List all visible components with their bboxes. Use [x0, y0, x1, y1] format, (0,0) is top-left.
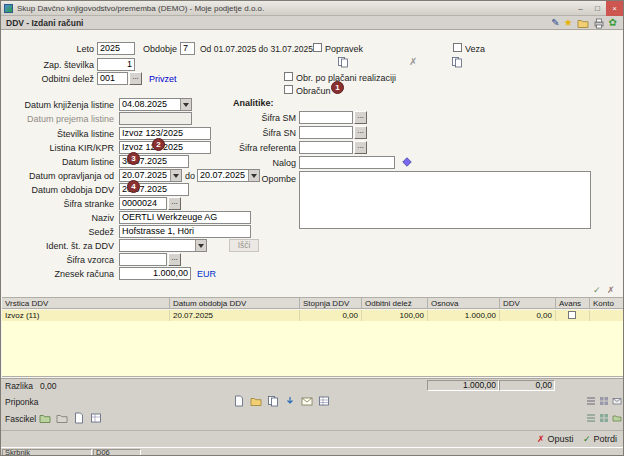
fascikel-folder-icon[interactable]	[37, 410, 52, 425]
grid-cancel-icon[interactable]: ✗	[607, 285, 615, 295]
stevilka-listine-label: Številka listine	[1, 129, 114, 140]
popravek-copy-icon[interactable]	[337, 56, 349, 70]
nalog-label: Nalog	[231, 158, 296, 169]
naziv-input[interactable]: OERTLI Werkzeuge AG	[119, 211, 251, 224]
table-column-header[interactable]: Odbitni delež	[362, 298, 428, 308]
privzet-link[interactable]: Privzet	[149, 74, 177, 85]
veza-copy-icon[interactable]	[451, 56, 463, 70]
cell-stopnja[interactable]: 0,00	[300, 310, 362, 321]
stevilka-listine-input[interactable]: Izvoz 123/2025	[119, 127, 211, 140]
attachment-download-icon[interactable]	[282, 393, 297, 408]
odbitni-delez-browse-button[interactable]: ...	[129, 72, 142, 85]
opombe-textarea[interactable]	[299, 171, 591, 229]
sifra-sm-browse-button[interactable]: ...	[354, 111, 367, 124]
window-title: Skup Davčno knjigovodstvo/prememba (DEMO…	[17, 4, 572, 13]
close-button[interactable]: ×	[606, 1, 623, 16]
table-column-header[interactable]: DDV	[500, 298, 556, 308]
folder-icon[interactable]	[577, 17, 589, 29]
leto-input[interactable]: 2025	[97, 42, 135, 55]
datum-prejema-input	[119, 112, 192, 125]
clear-popravek-icon[interactable]: ✗	[409, 56, 417, 67]
dropdown-arrow-icon[interactable]	[170, 170, 181, 181]
nalog-input[interactable]	[299, 156, 395, 169]
table-column-header[interactable]: Avans	[556, 298, 590, 308]
cell-vrstica[interactable]: Izvoz (11)	[2, 310, 170, 321]
attachment-view-grid-icon[interactable]	[598, 395, 609, 406]
table-column-header[interactable]: Datum obdobja DDV	[170, 298, 300, 308]
znesek-racuna-label: Znesek računa	[1, 269, 114, 280]
obdobje-input[interactable]: 7	[180, 42, 195, 55]
odbitni-delez-input[interactable]: 001	[97, 72, 128, 85]
opusti-button[interactable]: ✗ Opusti	[537, 434, 574, 444]
sifra-stranke-input[interactable]: 0000024	[119, 197, 167, 210]
attachment-view-mail-icon[interactable]	[611, 395, 622, 406]
obdobje-range-text: Od 01.07.2025 do 31.07.2025	[200, 44, 313, 55]
grid-accept-icon[interactable]: ✓	[593, 285, 601, 295]
znesek-racuna-input[interactable]: 1.000,00	[119, 267, 191, 280]
attachment-list-icon[interactable]	[316, 393, 331, 408]
table-column-header[interactable]: Vrstica DDV	[2, 298, 170, 308]
obr-placani-checkbox[interactable]	[284, 72, 293, 81]
app-flower-icon[interactable]: ✿	[609, 17, 617, 29]
cell-avans[interactable]	[556, 310, 590, 321]
sifra-sn-browse-button[interactable]: ...	[354, 126, 367, 139]
favorite-star-icon[interactable]: ★	[564, 17, 573, 29]
opravljanja-do-label: do	[185, 171, 195, 182]
sifra-sm-label: Šifra SM	[231, 113, 296, 124]
cell-konto[interactable]	[590, 310, 624, 321]
datum-opravljanja-od-input[interactable]: 20.07.2025	[119, 169, 182, 182]
sedez-label: Sedež	[1, 227, 114, 238]
attachment-open-folder-icon[interactable]	[248, 393, 263, 408]
table-column-header[interactable]: Osnova	[428, 298, 500, 308]
cell-osnova[interactable]: 1.000,00	[428, 310, 500, 321]
dropdown-arrow-icon[interactable]	[195, 240, 206, 251]
sifra-referenta-input[interactable]	[299, 141, 353, 154]
avans-checkbox[interactable]	[568, 311, 576, 319]
fascikel-view-grid-icon[interactable]	[598, 412, 609, 423]
minimize-button[interactable]: –	[572, 1, 589, 16]
zap-stevilka-label: Zap. številka	[31, 60, 94, 71]
datum-prejema-label: Datum prejema listine	[1, 114, 114, 125]
sifra-referenta-browse-button[interactable]: ...	[354, 141, 367, 154]
sifra-sm-input[interactable]	[299, 111, 353, 124]
datum-knjizenja-input[interactable]: 04.08.2025	[119, 98, 192, 111]
isci-button[interactable]: Išči	[229, 239, 259, 252]
fascikel-doc-icon[interactable]	[71, 410, 86, 425]
leto-label: Leto	[41, 44, 94, 55]
fascikel-view-options	[585, 412, 622, 423]
attachment-view-list-icon[interactable]	[585, 395, 596, 406]
cell-datum[interactable]: 20.07.2025	[170, 310, 300, 321]
sifra-stranke-browse-button[interactable]: ...	[168, 197, 181, 210]
table-column-header[interactable]: Konto	[590, 298, 624, 308]
sifra-vzorca-label: Šifra vzorca	[1, 255, 114, 266]
odbitni-delez-label: Odbitni delež	[21, 74, 94, 85]
fascikel-view-list-icon[interactable]	[585, 412, 596, 423]
popravek-checkbox[interactable]	[313, 43, 322, 52]
ident-st-input[interactable]	[119, 239, 207, 252]
fascikel-view-folder-icon[interactable]	[611, 412, 622, 423]
edit-icon[interactable]: ✎	[551, 17, 559, 29]
print-icon[interactable]	[593, 17, 605, 29]
sifra-stranke-label: Šifra stranke	[1, 199, 114, 210]
zap-stevilka-input[interactable]: 1	[97, 58, 135, 71]
potrdi-button[interactable]: ✓ Potrdi	[583, 434, 617, 444]
fascikel-open-icon[interactable]	[54, 410, 69, 425]
sifra-vzorca-input[interactable]	[119, 253, 167, 266]
maximize-button[interactable]: □	[589, 1, 606, 16]
nalog-picker-icon[interactable]	[401, 156, 413, 170]
sifra-sn-input[interactable]	[299, 126, 353, 139]
cell-odbitni[interactable]: 100,00	[362, 310, 428, 321]
table-body[interactable]	[2, 321, 624, 377]
veza-checkbox[interactable]	[453, 43, 462, 52]
obracun-checkbox[interactable]	[284, 85, 293, 94]
attachment-new-icon[interactable]	[231, 393, 246, 408]
dropdown-arrow-icon[interactable]	[180, 99, 191, 110]
table-column-header[interactable]: Stopnja DDV	[300, 298, 362, 308]
cell-ddv[interactable]: 0,00	[500, 310, 556, 321]
attachment-mail-icon[interactable]	[299, 393, 314, 408]
fascikel-grid-icon[interactable]	[88, 410, 103, 425]
attachment-copy-icon[interactable]	[265, 393, 280, 408]
sifra-vzorca-browse-button[interactable]: ...	[168, 253, 181, 266]
table-row[interactable]: Izvoz (11) 20.07.2025 0,00 100,00 1.000,…	[2, 310, 624, 321]
sedez-input[interactable]: Hofstrasse 1, Höri	[119, 225, 251, 238]
